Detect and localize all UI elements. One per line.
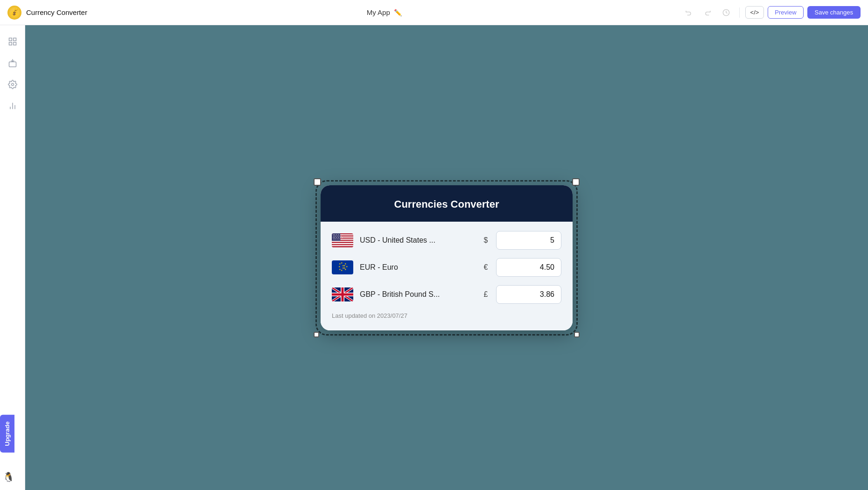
svg-rect-16 bbox=[332, 241, 353, 242]
currency-row-usd: ★ ★ ★ ★ ★ ★ ★ ★ ★ ★ ★ ★ ★ ★ ★ ★ ★ ★ ★ ★ … bbox=[332, 231, 561, 250]
footer-logo-icon: 🐧 bbox=[3, 471, 14, 483]
currency-symbol-eur: € bbox=[482, 263, 490, 272]
sidebar-item-layout[interactable] bbox=[4, 33, 21, 50]
sidebar-item-settings[interactable] bbox=[4, 76, 21, 93]
sidebar-item-plugins[interactable] bbox=[4, 54, 21, 72]
svg-rect-4 bbox=[13, 42, 16, 45]
undo-button[interactable] bbox=[681, 5, 696, 20]
currency-input-usd[interactable] bbox=[496, 231, 561, 250]
app-logo: 💰 bbox=[7, 6, 21, 20]
currency-row-gbp: GBP - British Pound S... £ bbox=[332, 285, 561, 304]
edit-title-icon[interactable]: ✏️ bbox=[394, 9, 402, 16]
svg-text:★ ★ ★ ★ ★: ★ ★ ★ ★ ★ bbox=[333, 238, 342, 239]
sidebar: Upgrade 🐧 bbox=[0, 25, 25, 490]
currency-name-eur: EUR - Euro bbox=[360, 263, 476, 272]
converter-card: Currencies Converter bbox=[321, 185, 573, 330]
svg-rect-19 bbox=[332, 244, 353, 245]
svg-rect-2 bbox=[13, 38, 16, 41]
canvas: Currencies Converter bbox=[25, 25, 868, 490]
last-updated: Last updated on 2023/07/27 bbox=[332, 312, 561, 319]
sidebar-item-analytics[interactable] bbox=[4, 97, 21, 115]
flag-gbp bbox=[332, 287, 353, 301]
redo-button[interactable] bbox=[700, 5, 715, 20]
svg-rect-3 bbox=[9, 42, 12, 45]
currency-row-eur: ★ ★ ★ ★ ★ ★ ★ ★ ★ ★ bbox=[332, 258, 561, 277]
main-layout: Upgrade 🐧 Currencies Converter bbox=[0, 25, 868, 490]
history-button[interactable] bbox=[719, 5, 734, 20]
svg-rect-18 bbox=[332, 243, 353, 244]
converter-body: ★ ★ ★ ★ ★ ★ ★ ★ ★ ★ ★ ★ ★ ★ ★ ★ ★ ★ ★ ★ … bbox=[321, 222, 573, 330]
converter-header: Currencies Converter bbox=[321, 185, 573, 222]
svg-rect-17 bbox=[332, 242, 353, 243]
currency-name-usd: USD - United States ... bbox=[360, 236, 476, 245]
upgrade-button[interactable]: Upgrade bbox=[0, 415, 14, 453]
resize-handle-bl[interactable] bbox=[314, 332, 319, 337]
flag-usd: ★ ★ ★ ★ ★ ★ ★ ★ ★ ★ ★ ★ ★ ★ ★ ★ ★ ★ ★ ★ … bbox=[332, 233, 353, 247]
preview-button[interactable]: Preview bbox=[768, 6, 803, 19]
svg-rect-1 bbox=[9, 38, 12, 41]
currency-symbol-usd: $ bbox=[482, 236, 490, 245]
app-name: Currency Converter bbox=[26, 8, 87, 16]
flag-eur: ★ ★ ★ ★ ★ ★ ★ ★ ★ ★ bbox=[332, 260, 353, 274]
svg-rect-20 bbox=[332, 245, 353, 246]
resize-handle-br[interactable] bbox=[574, 332, 580, 337]
currency-input-eur[interactable] bbox=[496, 258, 561, 277]
svg-point-5 bbox=[11, 84, 14, 86]
currency-input-gbp[interactable] bbox=[496, 285, 561, 304]
svg-rect-21 bbox=[332, 246, 353, 247]
currency-symbol-gbp: £ bbox=[482, 290, 490, 299]
topbar-right: </> Preview Save changes bbox=[681, 5, 861, 20]
widget-wrapper[interactable]: Currencies Converter bbox=[315, 180, 578, 336]
topbar-center: My App ✏️ bbox=[367, 8, 402, 16]
currency-name-gbp: GBP - British Pound S... bbox=[360, 290, 476, 299]
code-button[interactable]: </> bbox=[745, 6, 764, 19]
topbar: 💰 Currency Converter My App ✏️ </> Previ… bbox=[0, 0, 868, 25]
center-title: My App bbox=[367, 8, 390, 16]
save-changes-button[interactable]: Save changes bbox=[807, 6, 861, 19]
converter-title: Currencies Converter bbox=[330, 198, 563, 210]
divider bbox=[739, 7, 740, 18]
topbar-left: 💰 Currency Converter bbox=[7, 6, 87, 20]
